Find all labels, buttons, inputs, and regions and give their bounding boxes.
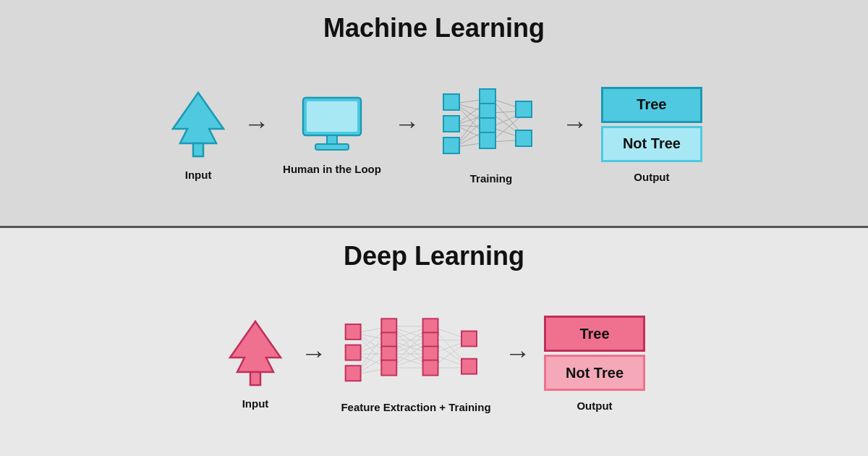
dl-output-label: Output [576, 400, 612, 412]
ml-output-tree: Tree [601, 87, 702, 123]
svg-rect-85 [461, 359, 477, 374]
svg-rect-73 [346, 324, 361, 339]
dl-training-item: Feature Extraction + Training [340, 314, 492, 413]
svg-rect-75 [346, 366, 361, 381]
ml-output-item: Tree Not Tree Output [601, 87, 702, 183]
dl-output-item: Tree Not Tree Output [544, 316, 645, 412]
svg-rect-28 [443, 138, 459, 153]
dl-flow-row: Input → [223, 279, 645, 456]
dl-training-label: Feature Extraction + Training [341, 401, 490, 413]
dl-arrow-1: → [301, 338, 327, 390]
svg-rect-84 [461, 332, 477, 347]
ml-human-label: Human in the Loop [283, 163, 381, 175]
svg-rect-82 [423, 347, 438, 362]
ml-input-label: Input [185, 169, 212, 181]
dl-arrow-2: → [505, 338, 531, 390]
ml-input-item: Input [166, 89, 231, 181]
dl-output-tree: Tree [544, 316, 645, 352]
svg-rect-76 [381, 318, 396, 334]
ml-training-label: Training [470, 172, 512, 185]
svg-rect-81 [423, 332, 438, 347]
svg-rect-33 [516, 101, 532, 117]
ml-human-item: Human in the Loop [283, 94, 381, 175]
svg-rect-31 [480, 118, 495, 134]
svg-rect-83 [423, 360, 438, 376]
ml-flow-row: Input → Human in the Loop → [166, 51, 702, 226]
ml-arrow-2: → [394, 109, 420, 161]
dl-output-nottree: Not Tree [544, 355, 645, 391]
svg-marker-35 [230, 321, 281, 372]
svg-rect-77 [381, 332, 396, 347]
ml-arrow-3: → [562, 109, 588, 161]
ml-training-item: Training [433, 85, 549, 185]
svg-rect-79 [381, 360, 396, 376]
ml-monitor-icon [299, 94, 365, 156]
ml-output-label: Output [634, 171, 669, 183]
ml-arrow-1: → [244, 109, 270, 161]
ml-nn-icon [433, 85, 549, 165]
svg-rect-27 [443, 116, 459, 132]
svg-rect-4 [327, 135, 337, 144]
svg-rect-26 [443, 94, 459, 110]
svg-rect-74 [346, 345, 361, 360]
dl-output-boxes: Tree Not Tree [544, 316, 645, 391]
ml-output-nottree: Not Tree [601, 126, 702, 162]
svg-rect-78 [381, 347, 396, 362]
deep-learning-section: Deep Learning Input → [0, 228, 868, 456]
svg-rect-32 [480, 132, 495, 148]
dl-input-label: Input [242, 397, 269, 410]
dl-title: Deep Learning [344, 241, 524, 271]
svg-rect-29 [480, 89, 495, 105]
svg-rect-30 [480, 104, 495, 119]
svg-rect-80 [423, 318, 438, 334]
dl-tree-icon [223, 318, 288, 390]
svg-rect-5 [315, 144, 349, 150]
dl-nn-icon [340, 314, 492, 394]
ml-tree-icon [166, 89, 231, 161]
svg-rect-3 [307, 101, 357, 132]
ml-output-boxes: Tree Not Tree [601, 87, 702, 162]
svg-rect-36 [250, 372, 260, 385]
ml-title: Machine Learning [323, 13, 545, 43]
dl-input-item: Input [223, 318, 288, 410]
svg-rect-1 [193, 143, 203, 156]
svg-rect-34 [516, 130, 532, 146]
machine-learning-section: Machine Learning Input → [0, 0, 868, 228]
svg-marker-0 [173, 93, 224, 143]
